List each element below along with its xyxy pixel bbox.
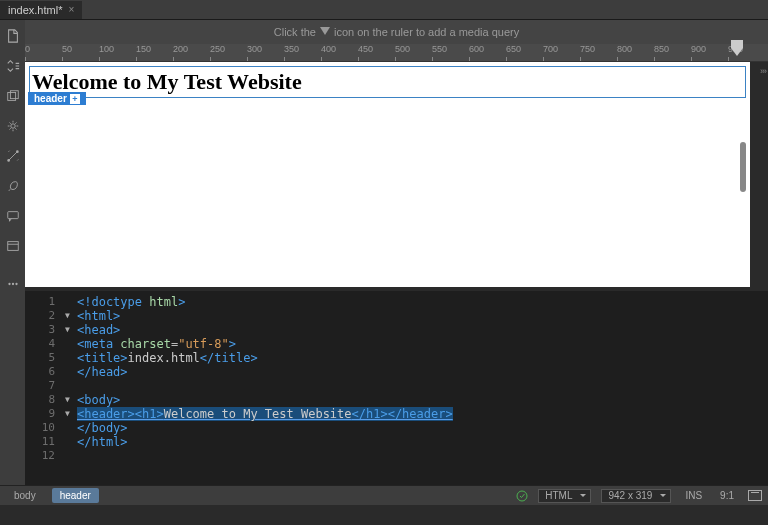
ruler-tick: 750: [580, 44, 595, 54]
ruler-tick: 350: [284, 44, 299, 54]
comment-tool-icon[interactable]: [5, 208, 21, 224]
svg-point-2: [10, 124, 14, 128]
line-number: 10: [25, 421, 65, 435]
code-line[interactable]: 11</html>: [25, 435, 768, 449]
svg-point-7: [8, 283, 10, 285]
svg-point-3: [7, 159, 10, 162]
line-number: 11: [25, 435, 65, 449]
code-line[interactable]: 9▼<header><h1>Welcome to My Test Website…: [25, 407, 768, 421]
ruler-tick: 500: [395, 44, 410, 54]
line-number: 7: [25, 379, 65, 393]
svg-rect-6: [7, 242, 18, 251]
media-query-icon: [320, 27, 330, 37]
ruler-tick: 900: [691, 44, 706, 54]
code-content[interactable]: <body>: [77, 393, 120, 407]
gear-tool-icon[interactable]: [5, 118, 21, 134]
svg-point-9: [15, 283, 17, 285]
code-content[interactable]: <head>: [77, 323, 120, 337]
code-content[interactable]: </head>: [77, 365, 128, 379]
svg-point-4: [16, 150, 19, 153]
code-line[interactable]: 7: [25, 379, 768, 393]
ruler[interactable]: 0501001502002503003504004505005506006507…: [25, 44, 768, 62]
line-tool-icon[interactable]: [5, 148, 21, 164]
breadcrumb-body[interactable]: body: [6, 488, 44, 503]
status-bar: body header HTML 942 x 319 INS 9:1: [0, 485, 768, 505]
breadcrumb: body header: [6, 488, 99, 503]
svg-rect-5: [7, 212, 18, 219]
dimensions-select[interactable]: 942 x 319: [601, 489, 671, 503]
cursor-position: 9:1: [716, 489, 738, 502]
code-line[interactable]: 1<!doctype html>: [25, 295, 768, 309]
line-number: 5: [25, 351, 65, 365]
left-toolbar: [0, 20, 25, 485]
tab-bar: index.html* ×: [0, 0, 768, 20]
code-content[interactable]: <html>: [77, 309, 120, 323]
add-element-icon[interactable]: +: [70, 94, 80, 104]
panel-tool-icon[interactable]: [5, 238, 21, 254]
insert-mode[interactable]: INS: [681, 489, 706, 502]
code-editor[interactable]: 1<!doctype html>2▼<html>3▼<head>4<meta c…: [25, 291, 768, 485]
hint-text-post: icon on the ruler to add a media query: [334, 26, 519, 38]
split-tool-icon[interactable]: [5, 58, 21, 74]
svg-point-10: [517, 491, 527, 501]
ruler-tick: 700: [543, 44, 558, 54]
code-line[interactable]: 8▼<body>: [25, 393, 768, 407]
file-tab[interactable]: index.html* ×: [0, 1, 82, 19]
code-line[interactable]: 12: [25, 449, 768, 463]
code-line[interactable]: 4<meta charset="utf-8">: [25, 337, 768, 351]
badge-label: header: [34, 93, 67, 104]
more-tool-icon[interactable]: [5, 276, 21, 292]
ruler-tick: 800: [617, 44, 632, 54]
fold-toggle-icon[interactable]: ▼: [65, 323, 77, 337]
hint-text-pre: Click the: [274, 26, 316, 38]
tab-label: index.html*: [8, 4, 62, 16]
ruler-tick: 550: [432, 44, 447, 54]
ruler-tick: 450: [358, 44, 373, 54]
line-number: 9: [25, 407, 65, 421]
status-ok-icon[interactable]: [516, 490, 528, 502]
svg-rect-0: [7, 93, 15, 101]
close-icon[interactable]: ×: [68, 4, 74, 15]
live-preview[interactable]: Welcome to My Test Website header +: [25, 62, 750, 287]
language-select[interactable]: HTML: [538, 489, 591, 503]
ruler-tick: 300: [247, 44, 262, 54]
code-content[interactable]: <meta charset="utf-8">: [77, 337, 236, 351]
ruler-hint: Click the icon on the ruler to add a med…: [25, 20, 768, 44]
ruler-tick: 200: [173, 44, 188, 54]
brush-tool-icon[interactable]: [5, 178, 21, 194]
line-number: 4: [25, 337, 65, 351]
line-number: 2: [25, 309, 65, 323]
code-line[interactable]: 10</body>: [25, 421, 768, 435]
window-icon[interactable]: [748, 490, 762, 501]
ruler-tick: 150: [136, 44, 151, 54]
code-line[interactable]: 6</head>: [25, 365, 768, 379]
line-number: 8: [25, 393, 65, 407]
line-number: 12: [25, 449, 65, 463]
code-content[interactable]: <header><h1>Welcome to My Test Website</…: [77, 407, 453, 421]
overlay-tool-icon[interactable]: [5, 88, 21, 104]
ruler-tick: 850: [654, 44, 669, 54]
fold-toggle-icon[interactable]: ▼: [65, 309, 77, 323]
line-number: 3: [25, 323, 65, 337]
preview-scrollbar[interactable]: [740, 142, 746, 192]
code-content[interactable]: <!doctype html>: [77, 295, 185, 309]
rendered-heading: Welcome to My Test Website: [32, 69, 743, 95]
selected-header-element[interactable]: Welcome to My Test Website: [29, 66, 746, 98]
code-line[interactable]: 2▼<html>: [25, 309, 768, 323]
file-tool-icon[interactable]: [5, 28, 21, 44]
code-content[interactable]: </html>: [77, 435, 128, 449]
code-content[interactable]: </body>: [77, 421, 128, 435]
ruler-tick: 100: [99, 44, 114, 54]
line-number: 6: [25, 365, 65, 379]
viewport-marker-icon[interactable]: [731, 40, 743, 58]
code-line[interactable]: 3▼<head>: [25, 323, 768, 337]
fold-toggle-icon[interactable]: ▼: [65, 393, 77, 407]
breadcrumb-header[interactable]: header: [52, 488, 99, 503]
ruler-tick: 250: [210, 44, 225, 54]
code-line[interactable]: 5<title>index.html</title>: [25, 351, 768, 365]
fold-toggle-icon[interactable]: ▼: [65, 407, 77, 421]
element-badge[interactable]: header +: [28, 92, 86, 105]
overflow-arrows-icon: ›››: [760, 66, 766, 76]
svg-rect-1: [10, 91, 18, 99]
code-content[interactable]: <title>index.html</title>: [77, 351, 258, 365]
